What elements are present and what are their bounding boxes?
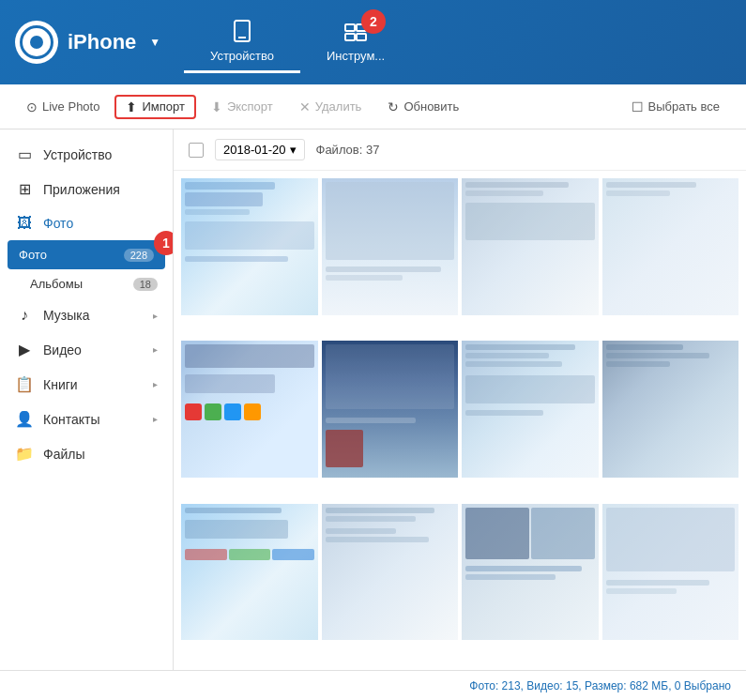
toolbar: ⊙ Live Photo ⬆ Импорт ⬇ Экспорт ✕ Удалит… (0, 84, 746, 129)
photo-cell-7[interactable] (462, 341, 599, 478)
sidebar-item-photos[interactable]: 🖼 Фото (0, 206, 173, 240)
sidebar-item-apps[interactable]: ⊞ Приложения (0, 172, 173, 206)
date-dropdown[interactable]: 2018-01-20 ▾ (215, 139, 305, 160)
video-expand-icon: ▸ (153, 344, 158, 355)
photo-cell-5[interactable] (181, 341, 318, 478)
files-count: Файлов: 37 (316, 143, 380, 157)
export-button[interactable]: ⬇ Экспорт (200, 95, 284, 119)
date-arrow-icon: ▾ (290, 143, 297, 157)
music-expand-icon: ▸ (153, 311, 158, 321)
contacts-sidebar-icon: 👤 (15, 410, 34, 428)
live-photo-button[interactable]: ⊙ Live Photo (15, 95, 111, 119)
import-icon: ⬆ (126, 99, 137, 114)
contacts-expand-icon: ▸ (153, 414, 158, 424)
sidebar-sub-photos-main[interactable]: Фото 228 1 (8, 240, 165, 269)
import-btn-wrapper: ⬆ Импорт (114, 95, 195, 119)
device-sidebar-icon: ▭ (15, 145, 34, 163)
device-icon (229, 19, 255, 45)
photo-cell-12[interactable] (602, 504, 739, 641)
status-bar: Фото: 213, Видео: 15, Размер: 682 МБ, 0 … (0, 670, 746, 700)
refresh-icon: ↻ (388, 99, 399, 114)
books-sidebar-icon: 📋 (15, 375, 34, 393)
export-icon: ⬇ (211, 99, 222, 114)
live-photo-icon: ⊙ (26, 99, 38, 114)
app-logo-area[interactable]: iPhone ▼ (15, 21, 165, 64)
status-text: Фото: 213, Видео: 15, Размер: 682 МБ, 0 … (469, 679, 731, 692)
nav-tools[interactable]: Инструм... (300, 11, 411, 73)
apps-sidebar-icon: ⊞ (15, 180, 34, 198)
svg-rect-5 (357, 34, 366, 40)
sidebar-sub-albums[interactable]: Альбомы 18 (0, 269, 173, 298)
svg-rect-4 (345, 34, 355, 40)
content-wrapper: ⊙ Live Photo ⬆ Импорт ⬇ Экспорт ✕ Удалит… (0, 84, 746, 700)
photo-cell-8[interactable] (602, 341, 739, 478)
nav-device-label: Устройство (210, 49, 274, 63)
photo-cell-4[interactable] (602, 178, 739, 315)
music-sidebar-icon: ♪ (15, 307, 34, 324)
photo-cell-9[interactable] (181, 504, 318, 641)
delete-icon: ✕ (299, 99, 311, 114)
photo-cell-2[interactable] (322, 178, 459, 315)
photo-grid (174, 171, 746, 670)
content-header: 2018-01-20 ▾ Файлов: 37 (174, 129, 746, 171)
photo-cell-6[interactable] (322, 341, 459, 478)
app-title: iPhone (68, 30, 136, 54)
sidebar-item-music[interactable]: ♪ Музыка ▸ (0, 298, 173, 332)
step-badge-2: 2 (361, 9, 386, 34)
sidebar-item-files[interactable]: 📁 Файлы (0, 436, 173, 471)
select-all-checkbox[interactable] (189, 143, 204, 158)
main-content: 2018-01-20 ▾ Файлов: 37 (174, 129, 746, 670)
sidebar-item-books[interactable]: 📋 Книги ▸ (0, 367, 173, 402)
sidebar-item-device[interactable]: ▭ Устройство (0, 137, 173, 172)
photo-cell-3[interactable] (462, 178, 599, 315)
nav-tools-label: Инструм... (327, 49, 385, 63)
delete-button[interactable]: ✕ Удалить (288, 95, 373, 119)
photos-count-badge: 228 (124, 249, 154, 262)
files-sidebar-icon: 📁 (15, 445, 34, 463)
main-layout: ▭ Устройство ⊞ Приложения 🖼 Фото Фото 22… (0, 129, 746, 670)
import-button[interactable]: ⬆ Импорт (114, 95, 195, 119)
checkbox-icon: ☐ (632, 99, 644, 114)
select-all-button[interactable]: ☐ Выбрать все (620, 95, 731, 119)
video-sidebar-icon: ▶ (15, 341, 34, 358)
albums-count-badge: 18 (133, 278, 158, 291)
app-shell: iPhone ▼ Устройство Инструм... (0, 0, 746, 700)
photo-cell-11[interactable] (462, 504, 599, 641)
date-selector: 2018-01-20 ▾ (215, 139, 305, 160)
photo-cell-10[interactable] (322, 504, 459, 641)
photo-cell-1[interactable] (181, 178, 318, 315)
sidebar-item-contacts[interactable]: 👤 Контакты ▸ (0, 402, 173, 436)
sidebar-item-video[interactable]: ▶ Видео ▸ (0, 332, 173, 367)
photos-sidebar-icon: 🖼 (15, 215, 34, 232)
dropdown-arrow-icon[interactable]: ▼ (149, 36, 160, 49)
svg-rect-2 (345, 24, 355, 31)
step-badge-1: 1 (154, 231, 174, 255)
header-nav: Устройство Инструм... (184, 11, 731, 73)
logo-icon (15, 21, 58, 64)
books-expand-icon: ▸ (153, 379, 158, 389)
header: iPhone ▼ Устройство Инструм... (0, 0, 746, 84)
sidebar: ▭ Устройство ⊞ Приложения 🖼 Фото Фото 22… (0, 129, 174, 670)
nav-device[interactable]: Устройство (184, 11, 300, 73)
refresh-button[interactable]: ↻ Обновить (376, 95, 470, 119)
